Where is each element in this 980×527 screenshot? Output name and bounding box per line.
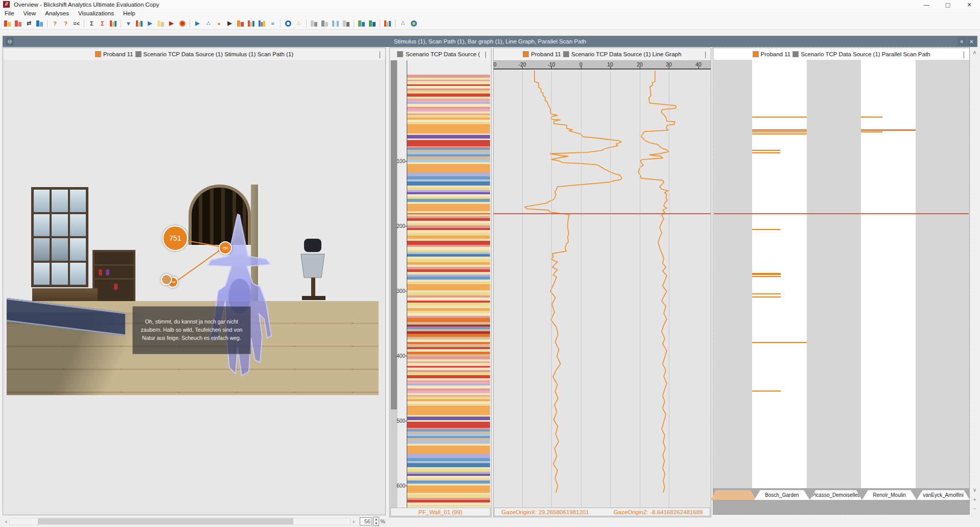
scroll-down-icon[interactable]: ∨: [971, 486, 978, 494]
gridline: [610, 71, 611, 508]
aoi-stripe: [407, 463, 490, 467]
circle-view-icon[interactable]: [284, 19, 292, 28]
scatter-pale-icon[interactable]: [156, 19, 165, 28]
time-cursor-p2[interactable]: [407, 213, 490, 214]
column-label-active[interactable]: [711, 490, 756, 500]
cluster-dots-icon[interactable]: ∴: [204, 19, 213, 28]
stripe-view-c-icon[interactable]: [342, 19, 351, 28]
title-bar: // Overview - Blickshift Analytics Ultim…: [0, 0, 980, 9]
p2-dropdown-icon[interactable]: [485, 52, 486, 58]
zoom-in-icon[interactable]: +: [971, 495, 978, 503]
zoom-up-icon[interactable]: ▲: [374, 517, 379, 521]
menu-view[interactable]: View: [19, 9, 41, 17]
aoi-stripe: [407, 446, 490, 454]
column-label-Renoir_Moulin[interactable]: Renoir_Moulin: [862, 490, 917, 500]
legend-label: Proband 11: [531, 51, 561, 57]
menu-visualizations[interactable]: Visualizations: [74, 9, 119, 17]
scroll-up-icon[interactable]: ∧: [971, 49, 978, 56]
dot-line-icon[interactable]: ∴: [294, 19, 303, 28]
p2-header[interactable]: Scenario TCP Data Source (: [390, 48, 491, 60]
stripe-view-a-icon[interactable]: [310, 19, 318, 28]
collapse-icon[interactable]: ⊖: [6, 37, 14, 45]
columns-b-icon[interactable]: [258, 19, 266, 28]
x-tick-label: -30: [494, 61, 497, 67]
scroll-right-icon[interactable]: ›: [351, 518, 357, 524]
p3-header[interactable]: Proband 11Scenario TCP Data Source (1) L…: [494, 48, 711, 60]
bar-chart-icon[interactable]: [135, 19, 144, 28]
dock-close-icon[interactable]: ✕: [967, 37, 976, 46]
column-label-Picasso_Demoiselles[interactable]: Picasso_Demoiselles: [810, 490, 862, 500]
redo-branch-icon[interactable]: ?: [61, 19, 70, 28]
time-cursor-p3[interactable]: [494, 213, 711, 214]
p4-dropdown-icon[interactable]: [964, 52, 964, 58]
timeline-flag-icon[interactable]: ▶: [193, 19, 202, 28]
zoom-stepper[interactable]: ▲▼: [373, 517, 379, 526]
y-tick-label: 500: [396, 418, 405, 424]
aoi-shapes-icon[interactable]: ●: [215, 19, 223, 28]
p3-dropdown-icon[interactable]: [705, 52, 706, 58]
p1-header[interactable]: Proband 11Scenario TCP Data Source (1) S…: [3, 48, 385, 60]
horizontal-scrollbar[interactable]: [9, 518, 351, 525]
undo-branch-icon[interactable]: ?: [51, 19, 59, 28]
fixation-circle[interactable]: 750: [219, 241, 232, 255]
fixation-circle[interactable]: [161, 274, 172, 285]
fixation-circle[interactable]: 751: [162, 225, 188, 251]
legend-swatch: [563, 51, 569, 57]
legend-label: Scenario TCP Data Source (1) Parallel Sc…: [801, 51, 930, 57]
arrow-path-icon[interactable]: ▶: [225, 19, 234, 28]
p1-dropdown-icon[interactable]: [380, 52, 380, 58]
x-tick-mark: [640, 66, 640, 68]
aoi-timeline-stripes[interactable]: [407, 75, 490, 507]
menu-analyses[interactable]: Analyses: [40, 9, 74, 17]
filter-icon[interactable]: ▼: [124, 19, 133, 28]
zoom-out-icon[interactable]: −: [971, 505, 978, 512]
save-icon[interactable]: [35, 19, 44, 28]
columns-a-icon[interactable]: [247, 19, 255, 28]
gaze-origin-z-label: GazeOriginZ: -8.64168262481689: [614, 509, 703, 515]
bar-graph-scroll-thumb[interactable]: [391, 60, 397, 409]
column-label-Bosch_Garden[interactable]: Bosch_Garden: [754, 490, 810, 500]
sum-icon[interactable]: Σ: [87, 19, 96, 28]
menu-file[interactable]: File: [0, 9, 19, 17]
scroll-left-icon[interactable]: ‹: [3, 518, 9, 524]
stimulus-canvas[interactable]: Oh, stimmt, du kannst ja noch gar nicht …: [3, 60, 385, 515]
dock-list-icon[interactable]: ≡: [958, 37, 966, 46]
zoom-input[interactable]: 56: [360, 517, 372, 525]
import-export-icon[interactable]: ⇄: [25, 19, 33, 28]
donut-icon[interactable]: [178, 19, 186, 28]
menu-help[interactable]: Help: [119, 9, 140, 17]
minimize-button[interactable]: —: [916, 0, 937, 9]
stripe-view-b-icon[interactable]: [320, 19, 329, 28]
y-tick-label: 400: [396, 353, 405, 359]
open-folder-icon[interactable]: [14, 19, 22, 28]
matrix-icon[interactable]: [357, 19, 366, 28]
compare-icon[interactable]: =<: [72, 19, 81, 28]
stimulus-image[interactable]: Oh, stimmt, du kannst ja noch gar nicht …: [7, 185, 379, 395]
dock-group-header[interactable]: ⊖ Stimulus (1), Scan Path (1), Bar graph…: [3, 36, 977, 47]
zoom-down-icon[interactable]: ▼: [374, 521, 379, 525]
scrollbar-thumb[interactable]: [38, 518, 293, 524]
line-graph-plot[interactable]: [494, 71, 711, 508]
browser-icon[interactable]: [409, 19, 418, 28]
table-grid-icon[interactable]: [331, 19, 340, 28]
color-dots-icon[interactable]: ∴: [399, 19, 407, 28]
colored-table-icon[interactable]: [109, 19, 118, 28]
aggregate-icon[interactable]: Σ: [98, 19, 107, 28]
column-label-vanEyck_Arnolfini[interactable]: vanEyck_Arnolfini: [917, 490, 970, 500]
signal-curve-icon[interactable]: ≈: [268, 19, 277, 28]
parallel-columns-area[interactable]: [713, 60, 969, 488]
play-stop-icon[interactable]: ▶: [167, 19, 176, 28]
time-cursor-p4[interactable]: [714, 213, 969, 214]
p2-legend-swatch: [397, 51, 403, 57]
gridline: [522, 71, 523, 508]
p4-header[interactable]: Proband 11Scenario TCP Data Source (1) P…: [713, 48, 969, 60]
image-view-icon[interactable]: [368, 19, 377, 28]
close-button[interactable]: ✕: [959, 0, 980, 9]
new-analysis-icon[interactable]: [3, 19, 12, 28]
gaze-origin-x-series: [525, 71, 622, 492]
marker-play-icon[interactable]: ▶: [146, 19, 154, 28]
bar-graph-scrollbar[interactable]: [390, 60, 398, 508]
mini-bar-icon[interactable]: [383, 19, 392, 28]
heat-grid-icon[interactable]: [236, 19, 245, 28]
maximize-button[interactable]: ▢: [937, 0, 959, 9]
